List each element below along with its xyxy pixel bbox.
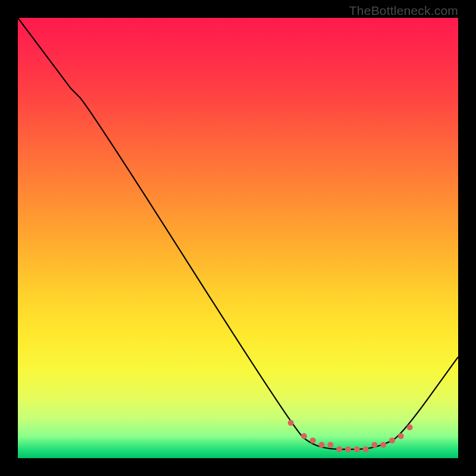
plot-area: [18, 18, 458, 458]
marker-dot: [301, 433, 307, 439]
marker-dot: [398, 433, 404, 439]
marker-dot: [389, 437, 395, 443]
chart-svg: [18, 18, 458, 458]
chart-frame: TheBottleneck.com: [0, 0, 476, 476]
marker-dot: [354, 446, 360, 452]
marker-dot: [310, 437, 316, 443]
marker-dot: [319, 442, 325, 448]
marker-dot: [363, 446, 369, 452]
marker-dot: [407, 424, 413, 430]
marker-dot: [288, 420, 294, 426]
marker-dot: [371, 442, 377, 448]
curve-layer: [18, 18, 458, 449]
marker-dot: [336, 446, 342, 452]
marker-layer: [288, 420, 413, 452]
marker-dot: [380, 442, 386, 448]
watermark-text: TheBottleneck.com: [349, 4, 458, 18]
marker-dot: [345, 446, 351, 452]
marker-dot: [327, 442, 333, 448]
bottleneck-curve: [18, 18, 458, 449]
